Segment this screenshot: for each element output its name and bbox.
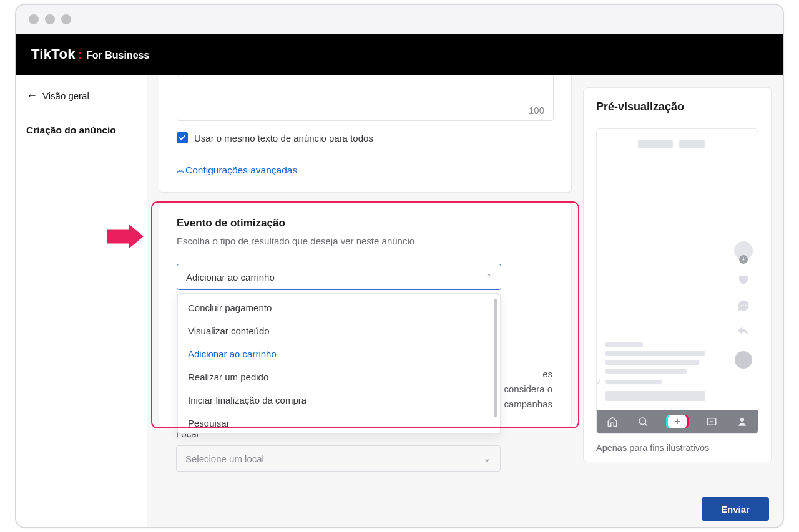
optimization-event-title: Evento de otimização bbox=[177, 217, 554, 230]
svg-point-0 bbox=[740, 305, 742, 306]
create-icon: + bbox=[668, 415, 687, 428]
svg-line-4 bbox=[645, 423, 647, 425]
brand-colon-icon: : bbox=[78, 46, 82, 62]
preview-title: Pré-visualização bbox=[596, 100, 758, 114]
browser-frame: TikTok : For Business ← Visão geral Cria… bbox=[15, 4, 784, 528]
browser-titlebar bbox=[16, 5, 783, 34]
profile-icon bbox=[737, 416, 748, 427]
callout-arrow-icon bbox=[107, 224, 144, 249]
dropdown-option[interactable]: Pesquisar bbox=[178, 412, 500, 431]
comment-icon bbox=[737, 299, 750, 312]
advanced-settings-toggle[interactable]: ︽ Configurações avançadas bbox=[177, 165, 554, 176]
sidebar-step-ad-creation[interactable]: Criação do anúncio bbox=[26, 125, 137, 136]
traffic-dot-close[interactable] bbox=[29, 14, 39, 24]
brand-name: TikTok bbox=[31, 46, 76, 62]
arrow-left-icon: ← bbox=[26, 90, 37, 101]
optimization-event-select[interactable]: Adicionar ao carrinho ⌃ Concluir pagamen… bbox=[177, 264, 501, 290]
dropdown-option[interactable]: Concluir pagamento bbox=[178, 296, 500, 319]
location-select[interactable]: Selecione um local ⌄ bbox=[176, 445, 501, 472]
dropdown-option[interactable]: Iniciar finalização da compra bbox=[178, 389, 500, 412]
svg-point-2 bbox=[745, 305, 747, 306]
traffic-dot-max[interactable] bbox=[61, 14, 71, 24]
preview-top-tab-placeholder bbox=[638, 140, 673, 148]
brand-logo: TikTok : For Business bbox=[31, 46, 149, 62]
char-counter: 100 bbox=[529, 105, 544, 115]
app-body: ← Visão geral Criação do anúncio 100 bbox=[16, 75, 783, 527]
optimization-event-card: Evento de otimização Escolha o tipo de r… bbox=[159, 203, 572, 427]
obscured-text-fragment: campanhas bbox=[504, 397, 552, 412]
chevron-down-icon: ⌄ bbox=[483, 453, 491, 464]
obscured-text-fragment: es bbox=[542, 367, 552, 382]
obscured-text-fragment: a considera o bbox=[496, 382, 552, 397]
heart-icon bbox=[737, 273, 750, 286]
preview-card: Pré-visualização + bbox=[583, 87, 772, 462]
chevron-up-icon: ⌃ bbox=[486, 273, 492, 281]
ad-text-card: 100 Usar o mesmo texto de anúncio para t… bbox=[159, 75, 572, 193]
location-placeholder: Selecione um local bbox=[185, 453, 264, 464]
brand-suffix: For Business bbox=[86, 50, 149, 61]
advanced-settings-label: Configurações avançadas bbox=[185, 165, 297, 176]
back-label: Visão geral bbox=[42, 90, 89, 101]
home-icon bbox=[607, 416, 618, 427]
svg-point-3 bbox=[639, 418, 646, 425]
sidebar: ← Visão geral Criação do anúncio bbox=[16, 75, 147, 527]
avatar-icon: + bbox=[734, 241, 753, 260]
dropdown-option-selected[interactable]: Adicionar ao carrinho bbox=[178, 342, 500, 365]
optimization-event-subtitle: Escolha o tipo de resultado que deseja v… bbox=[177, 236, 554, 246]
share-icon bbox=[737, 325, 750, 339]
app-root: TikTok : For Business ← Visão geral Cria… bbox=[16, 34, 783, 527]
same-text-checkbox-row[interactable]: Usar o mesmo texto de anúncio para todos bbox=[177, 132, 554, 143]
preview-tabbar: + bbox=[597, 410, 758, 433]
preview-caption-placeholder bbox=[605, 342, 720, 401]
preview-note: Apenas para fins ilustrativos bbox=[596, 443, 758, 453]
music-disc-icon bbox=[735, 351, 752, 369]
preview-panel: Pré-visualização + bbox=[583, 75, 783, 527]
preview-top-tab-placeholder bbox=[679, 140, 705, 148]
submit-button[interactable]: Enviar bbox=[702, 497, 769, 521]
optimization-event-dropdown: Concluir pagamento Visualizar conteúdo A… bbox=[177, 293, 501, 434]
svg-point-6 bbox=[740, 418, 744, 422]
phone-preview: + bbox=[596, 128, 758, 434]
chevron-up-double-icon: ︽ bbox=[177, 164, 183, 175]
main-column: 100 Usar o mesmo texto de anúncio para t… bbox=[147, 75, 583, 527]
back-to-overview[interactable]: ← Visão geral bbox=[26, 90, 137, 101]
submit-label: Enviar bbox=[721, 504, 750, 515]
preview-cta-placeholder bbox=[605, 391, 705, 401]
checkbox-checked-icon[interactable] bbox=[177, 132, 188, 143]
inbox-icon bbox=[706, 416, 717, 427]
search-icon bbox=[637, 416, 649, 427]
svg-point-1 bbox=[743, 305, 744, 306]
ad-text-input[interactable]: 100 bbox=[177, 75, 554, 121]
app-header: TikTok : For Business bbox=[16, 34, 783, 75]
dropdown-option[interactable]: Realizar um pedido bbox=[178, 365, 500, 389]
optimization-event-selected: Adicionar ao carrinho bbox=[186, 272, 275, 283]
same-text-label: Usar o mesmo texto de anúncio para todos bbox=[194, 133, 373, 143]
highlighted-section: Evento de otimização Escolha o tipo de r… bbox=[159, 203, 572, 427]
traffic-dot-min[interactable] bbox=[45, 14, 55, 24]
preview-side-icons: + bbox=[735, 241, 752, 369]
dropdown-option[interactable]: Visualizar conteúdo bbox=[178, 319, 500, 342]
location-card: Local Selecione um local ⌄ bbox=[159, 428, 572, 485]
